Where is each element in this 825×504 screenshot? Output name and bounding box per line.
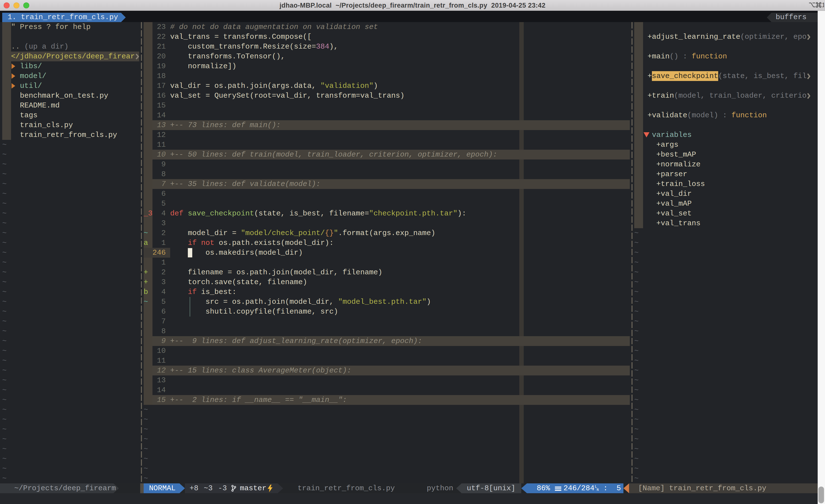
svg-text:1: 1 xyxy=(822,1,824,8)
